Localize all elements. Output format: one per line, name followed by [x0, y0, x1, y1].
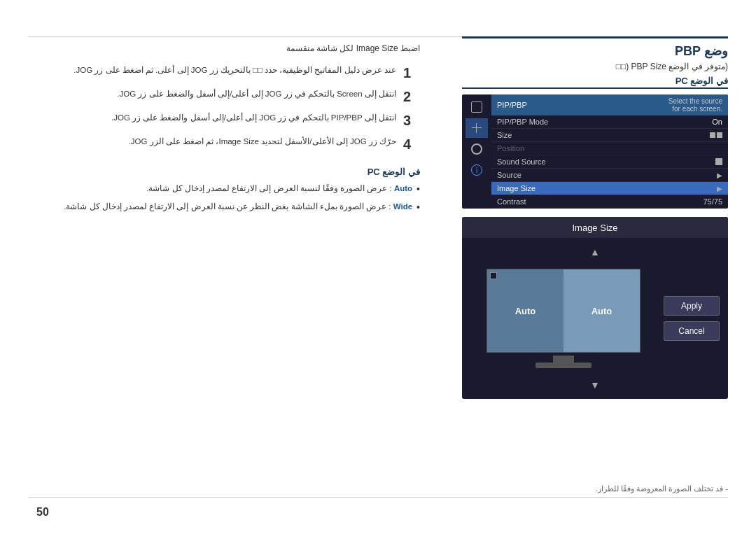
menu-row-label: Size — [497, 131, 512, 139]
bullet-item: • Wide : عرض الصورة بملء الشاشة بغض النظ… — [28, 201, 420, 215]
menu-row-label: Contrast — [497, 197, 526, 206]
screens-container: Auto Auto — [470, 269, 657, 368]
cross-icon[interactable] — [465, 118, 488, 138]
menu-row-value: On — [712, 118, 722, 126]
menu-row-imagesize[interactable]: Image Size ▶ — [491, 182, 728, 195]
menu-top-desc: Select the sourcefor each screen. — [668, 97, 722, 113]
menu-row-label: Position — [497, 144, 524, 153]
dialog-arrow-up-container: ▲ — [462, 238, 728, 260]
step-text: انتقل إلى Screen بالتحكم في زر JOG إلى أ… — [28, 88, 396, 100]
steps-list: 1 عند عرض دليل المفاتيح الوظيفية، حدد □□… — [28, 64, 420, 153]
step-item: 1 عند عرض دليل المفاتيح الوظيفية، حدد □□… — [28, 64, 420, 81]
screen-right: Auto — [564, 269, 640, 352]
screen-left-label: Auto — [515, 306, 536, 316]
image-size-dialog: Image Size ▲ Auto Auto — [462, 217, 728, 399]
step-number: 2 — [403, 88, 420, 105]
info-icon-shape: i — [471, 164, 482, 176]
cross-icon-shape — [471, 122, 482, 134]
menu-header-row: i PIP/PBP Select the sourcefor each scre… — [462, 94, 728, 209]
menu-row-value — [715, 158, 722, 165]
screen-right-dot — [490, 272, 497, 279]
pbp-title: وضع PBP — [675, 44, 728, 58]
dialog-body: Auto Auto Apply Cancel — [462, 260, 728, 377]
menu-row-soundsource[interactable]: Sound Source — [491, 155, 728, 169]
menu-row-position: Position — [491, 142, 728, 155]
bullet-desc: : عرض الصورة وفقًا لنسبة العرض إلى الارت… — [146, 184, 392, 192]
bullet-label: Auto — [394, 184, 412, 192]
cancel-button[interactable]: Cancel — [664, 321, 720, 341]
dialog-buttons: Apply Cancel — [664, 296, 720, 341]
menu-sidebar: i — [462, 94, 491, 209]
step-number: 3 — [403, 112, 420, 129]
pbp-subheading: (متوفر في الوضع PBP Size (□□ — [462, 62, 728, 71]
screen-left: Auto — [487, 269, 564, 352]
left-column: اضبط Image Size لكل شاشة منقسمة 1 عند عر… — [28, 43, 420, 218]
bullet-list: • Auto : عرض الصورة وفقًا لنسبة العرض إل… — [28, 183, 420, 214]
menu-row-label: PIP/PBP Mode — [497, 118, 548, 126]
pc-heading: في الوضع PC — [462, 76, 728, 89]
footnote: - قد تختلف الصورة المعروضة وفقًا للطراز. — [28, 484, 728, 493]
stand-neck — [553, 356, 574, 363]
screen-right-label: Auto — [592, 306, 612, 316]
menu-row-label: Source — [497, 171, 522, 179]
menu-row-value: 75/75 — [703, 197, 722, 206]
step-item: 3 انتقل إلى PIP/PBP بالتحكم في زر JOG إل… — [28, 112, 420, 129]
pbp-heading: وضع PBP — [462, 43, 728, 59]
page-number: 50 — [36, 506, 49, 519]
menu-row-label: Sound Source — [497, 157, 546, 166]
bullet-text: Wide : عرض الصورة بملء الشاشة بغض النظر … — [64, 201, 412, 213]
monitor-stand — [486, 356, 640, 368]
bullet-dot: • — [416, 201, 420, 215]
menu-content: PIP/PBP Select the sourcefor each screen… — [491, 94, 728, 209]
page-container: 50 اضبط Image Size لكل شاشة منقسمة 1 عند… — [0, 0, 756, 534]
bullet-label: Wide — [393, 202, 412, 211]
step-number: 1 — [403, 64, 420, 81]
step-number: 4 — [403, 136, 420, 153]
right-accent-bar — [462, 36, 728, 38]
apply-button[interactable]: Apply — [664, 296, 720, 316]
info-icon[interactable]: i — [465, 160, 488, 180]
step-text: عند عرض دليل المفاتيح الوظيفية، حدد □□ ب… — [28, 64, 396, 76]
monitor-icon[interactable] — [465, 97, 488, 117]
step-text: انتقل إلى PIP/PBP بالتحكم في زر JOG إلى … — [28, 112, 396, 124]
menu-top-label: PIP/PBP — [497, 101, 527, 109]
menu-row-size[interactable]: Size — [491, 129, 728, 142]
menu-row-pipmode[interactable]: PIP/PBP Mode On — [491, 115, 728, 129]
gear-icon[interactable] — [465, 139, 488, 159]
menu-top-bar: PIP/PBP Select the sourcefor each screen… — [491, 94, 728, 115]
bullet-dot: • — [416, 183, 420, 197]
dialog-title: Image Size — [572, 223, 617, 233]
arrow-down-icon[interactable]: ▼ — [473, 377, 717, 393]
bottom-border — [28, 497, 728, 498]
dialog-arrow-down-container: ▼ — [462, 377, 728, 399]
bullet-item: • Auto : عرض الصورة وفقًا لنسبة العرض إل… — [28, 183, 420, 197]
step-text: حرّك زر JOG إلى الأعلى/الأسفل لتحديد Ima… — [28, 136, 396, 148]
arrow-up-icon[interactable]: ▲ — [473, 244, 717, 260]
menu-row-source[interactable]: Source ▶ — [491, 169, 728, 182]
gear-icon-shape — [471, 143, 482, 155]
stand-base — [536, 363, 592, 368]
dialog-header: Image Size — [462, 217, 728, 238]
right-column: وضع PBP (متوفر في الوضع PBP Size (□□ في … — [462, 43, 728, 399]
menu-row-contrast[interactable]: Contrast 75/75 — [491, 195, 728, 209]
dual-screen: Auto Auto — [486, 269, 640, 353]
menu-row-arrow: ▶ — [717, 171, 722, 179]
bullet-desc: : عرض الصورة بملء الشاشة بغض النظر عن نس… — [64, 202, 391, 211]
bullet-text: Auto : عرض الصورة وفقًا لنسبة العرض إلى … — [146, 183, 412, 195]
pc-mode-section: في الوضع PC • Auto : عرض الصورة وفقًا لن… — [28, 167, 420, 214]
step-item: 2 انتقل إلى Screen بالتحكم في زر JOG إلى… — [28, 88, 420, 105]
menu-row-arrow: ▶ — [717, 185, 722, 192]
menu-row-label: Image Size — [497, 184, 536, 192]
monitor-menu: i PIP/PBP Select the sourcefor each scre… — [462, 94, 728, 209]
step-item: 4 حرّك زر JOG إلى الأعلى/الأسفل لتحديد I… — [28, 136, 420, 153]
section-title: اضبط Image Size لكل شاشة منقسمة — [28, 43, 420, 53]
size-icon-value — [710, 132, 722, 138]
pc-mode-title: في الوضع PC — [28, 167, 420, 177]
monitor-icon-shape — [471, 101, 482, 113]
